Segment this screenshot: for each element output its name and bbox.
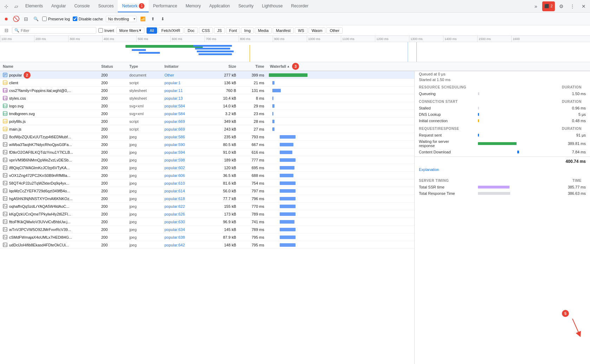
cell-time: 131 ms [239, 88, 267, 93]
header-status[interactable]: Status [98, 64, 127, 68]
device-icon[interactable]: ▱ [11, 1, 21, 11]
invert-checkbox[interactable] [98, 28, 103, 33]
svg-rect-0 [125, 45, 203, 48]
cell-initiator[interactable]: popular:13 [162, 96, 211, 100]
filter-type-img[interactable]: Img [241, 27, 254, 34]
settings-icon[interactable]: ⚙ [556, 1, 566, 11]
cell-initiator[interactable]: popular:11 [162, 88, 211, 93]
cell-time: 789 ms [239, 212, 267, 216]
cell-initiator[interactable]: Other [162, 73, 211, 77]
tab-memory[interactable]: Memory [181, 0, 205, 12]
cell-size: 155 kB [211, 204, 239, 209]
filter-icon[interactable]: ⊟ [22, 15, 30, 22]
svg-point-44 [4, 190, 5, 190]
header-initiator[interactable]: Initiator [162, 64, 211, 68]
wf-bar [272, 81, 274, 85]
tab-recorder[interactable]: Recorder [287, 0, 312, 12]
cell-initiator[interactable]: popular:669 [162, 127, 211, 131]
record-icon[interactable]: ⏺ [3, 15, 10, 22]
cell-initiator[interactable]: popular:622 [162, 204, 211, 209]
header-time[interactable]: Time [239, 64, 267, 68]
header-name[interactable]: Name [0, 64, 98, 68]
detach-icon[interactable]: ✕ [579, 1, 589, 11]
svg-rect-10 [416, 42, 417, 62]
inspect-icon[interactable]: ⊹ [1, 1, 11, 11]
cell-initiator[interactable]: popular:669 [162, 119, 211, 124]
disable-cache-checkbox[interactable] [73, 16, 77, 21]
cell-initiator[interactable]: popular:586 [162, 135, 211, 139]
more-options-icon[interactable]: ⋮ [568, 1, 577, 11]
extension-badge[interactable]: ⬛ 2 [542, 1, 555, 11]
header-waterfall[interactable]: Waterfall ▲ 3 [267, 63, 590, 70]
filter-type-media[interactable]: Media [255, 27, 272, 34]
clear-icon[interactable]: 🚫 [13, 15, 20, 22]
cell-initiator[interactable]: popular:598 [162, 158, 211, 162]
tab-security[interactable]: Security [234, 0, 258, 12]
search-icon[interactable]: 🔍 [32, 15, 39, 22]
upload-icon[interactable]: ⬆ [149, 15, 156, 22]
filter-type-all[interactable]: All [147, 27, 157, 34]
header-type[interactable]: Type [127, 64, 162, 68]
cell-initiator[interactable]: popular:584 [162, 104, 211, 108]
svg-point-40 [4, 174, 5, 175]
cell-initiator[interactable]: popular:590 [162, 143, 211, 147]
cell-initiator[interactable]: popular:634 [162, 227, 211, 232]
cell-initiator[interactable]: popular:642 [162, 243, 211, 247]
cell-initiator[interactable]: popular:606 [162, 173, 211, 178]
search-input[interactable] [21, 28, 94, 33]
tab-performance[interactable]: Performance [149, 0, 181, 12]
header-size[interactable]: Size [211, 64, 239, 68]
filter-type-css[interactable]: CSS [199, 27, 213, 34]
wf-bar [280, 220, 294, 224]
cell-initiator[interactable]: popular:626 [162, 212, 211, 216]
wifi-icon[interactable]: 📶 [140, 15, 147, 22]
disable-cache-label[interactable]: Disable cache [73, 16, 103, 21]
cell-initiator[interactable]: popular:1 [162, 81, 211, 85]
more-tabs-icon[interactable]: » [531, 1, 541, 11]
filter-type-font[interactable]: Font [226, 27, 240, 34]
tab-elements[interactable]: Elements [21, 0, 47, 12]
filter-type-manifest[interactable]: Manifest [273, 27, 294, 34]
cell-initiator[interactable]: popular:618 [162, 197, 211, 201]
timing-bar-waiting [478, 142, 555, 145]
filter-type-wasm[interactable]: Wasm [309, 27, 326, 34]
cell-initiator[interactable]: popular:602 [162, 166, 211, 170]
cell-initiator[interactable]: popular:594 [162, 150, 211, 154]
svg-point-48 [4, 205, 5, 206]
download-icon[interactable]: ⬇ [159, 15, 166, 22]
more-filters-btn[interactable]: More filters ▾ [116, 27, 144, 34]
throttle-select[interactable]: No throttling [106, 16, 137, 22]
explanation-link[interactable]: Explanation [415, 166, 590, 173]
filter-type-other[interactable]: Other [326, 27, 343, 34]
tab-console[interactable]: Console [70, 0, 94, 12]
filter-type-ws[interactable]: WS [295, 27, 307, 34]
preserve-log-checkbox[interactable] [42, 16, 47, 21]
preserve-log-label[interactable]: Preserve log [42, 16, 70, 21]
cell-name-text: lqoMzCcZYEFK729d6qzt349fB4o... [9, 189, 70, 193]
cell-size: 3.2 kB [211, 112, 239, 116]
cell-status: 200 [98, 166, 127, 170]
cell-initiator[interactable]: popular:584 [162, 112, 211, 116]
cell-status: 200 [98, 189, 127, 193]
tab-application[interactable]: Application [205, 0, 234, 12]
filter-type-js[interactable]: JS [214, 27, 225, 34]
cell-status: 200 [98, 127, 127, 131]
filter-type-doc[interactable]: Doc [184, 27, 198, 34]
filter-funnel-icon[interactable]: ⊟ [3, 27, 10, 34]
cell-status: 200 [98, 235, 127, 239]
tab-angular[interactable]: Angular [47, 0, 70, 12]
cell-initiator[interactable]: popular:614 [162, 189, 211, 193]
cell-initiator[interactable]: popular:630 [162, 220, 211, 224]
cell-name: hgA5hN3NjNNSTXYOmAl6KNKOz... [0, 196, 98, 201]
tab-network[interactable]: Network 1 [118, 0, 149, 12]
tab-lighthouse[interactable]: Lighthouse [258, 0, 287, 12]
svg-rect-4 [193, 45, 232, 47]
filter-bar: ⊟ 🔍 Invert More filters ▾ AllFetch/XHRDo… [0, 25, 590, 36]
filter-type-fetch/xhr[interactable]: Fetch/XHR [158, 27, 183, 34]
invert-label[interactable]: Invert [98, 28, 114, 33]
cell-initiator[interactable]: popular:610 [162, 181, 211, 185]
cell-name: JSpolyfills.js [0, 119, 98, 124]
tab-sources[interactable]: Sources [94, 0, 118, 12]
svg-point-58 [4, 244, 5, 244]
cell-initiator[interactable]: popular:638 [162, 235, 211, 239]
